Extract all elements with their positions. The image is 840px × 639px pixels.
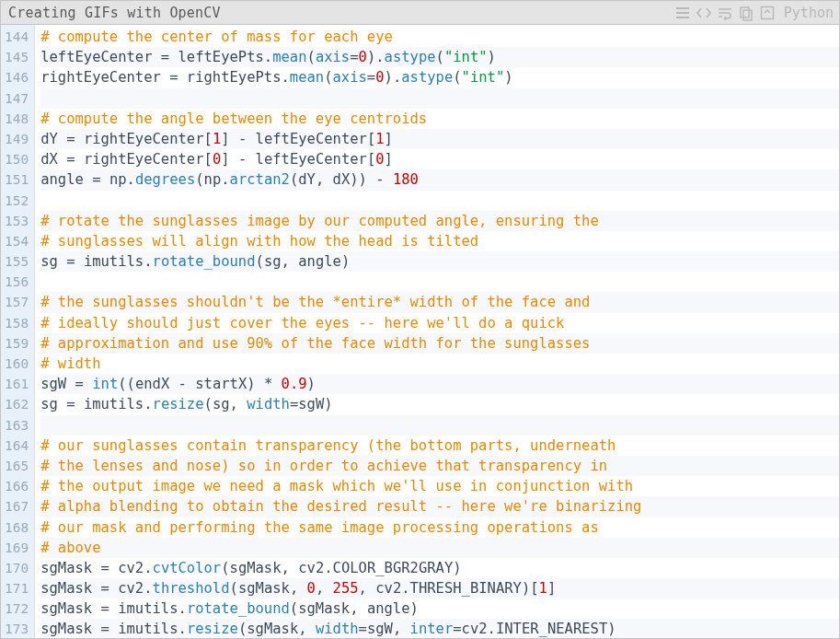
- line-number: 159: [5, 333, 29, 354]
- code-line: rightEyeCenter = rightEyePts.mean(axis=0…: [40, 67, 839, 87]
- line-number: 150: [5, 149, 29, 169]
- code-line: leftEyeCenter = leftEyePts.mean(axis=0).…: [40, 47, 839, 67]
- code-line: sgMask = cv2.threshold(sgMask, 0, 255, c…: [40, 578, 839, 598]
- line-number: 167: [5, 496, 29, 517]
- code-line: # compute the center of mass for each ey…: [40, 27, 839, 47]
- code-line: # the sunglasses shouldn't be the *entir…: [40, 292, 839, 312]
- code-line: # ideally should just cover the eyes -- …: [40, 313, 839, 333]
- line-number: 157: [5, 292, 29, 312]
- line-number: 166: [5, 476, 29, 496]
- svg-rect-0: [741, 7, 749, 17]
- external-icon[interactable]: [759, 5, 776, 21]
- code-line: sgMask = imutils.resize(sgMask, width=sg…: [40, 619, 839, 638]
- code-line: angle = np.degrees(np.arctan2(dY, dX)) -…: [40, 169, 839, 190]
- line-number: 160: [5, 354, 29, 374]
- line-number: 149: [5, 129, 29, 149]
- line-number: 148: [5, 109, 29, 129]
- code-icon[interactable]: [696, 5, 712, 21]
- line-number: 151: [5, 169, 29, 190]
- code-line: [40, 415, 839, 436]
- code-line: sgMask = imutils.rotate_bound(sgMask, an…: [40, 598, 839, 619]
- code-line: # above: [40, 538, 839, 558]
- code-body[interactable]: # compute the center of mass for each ey…: [35, 25, 839, 638]
- line-number: 162: [5, 394, 29, 414]
- line-number: 173: [5, 619, 29, 639]
- line-number: 161: [5, 374, 29, 394]
- code-line: dY = rightEyeCenter[1] - leftEyeCenter[1…: [40, 129, 839, 149]
- code-line: # sunglasses will align with how the hea…: [40, 231, 839, 251]
- code-line: # width: [40, 354, 839, 374]
- code-line: # rotate the sunglasses image by our com…: [40, 211, 839, 231]
- code-line: # our mask and performing the same image…: [40, 517, 839, 538]
- code-line: # approximation and use 90% of the face …: [40, 333, 839, 354]
- line-number: 169: [5, 538, 29, 558]
- menu-icon[interactable]: [674, 5, 691, 21]
- line-number: 164: [5, 436, 29, 456]
- code-area: 1441451461471481491501511521531541551561…: [1, 25, 839, 638]
- line-number: 146: [5, 67, 29, 87]
- language-label: Python: [784, 5, 834, 21]
- svg-rect-1: [743, 10, 752, 20]
- line-number: 165: [5, 456, 29, 476]
- code-line: dX = rightEyeCenter[0] - leftEyeCenter[0…: [40, 149, 839, 169]
- line-number: 172: [5, 598, 29, 619]
- code-line: sg = imutils.rotate_bound(sg, angle): [40, 251, 839, 272]
- line-number-gutter: 1441451461471481491501511521531541551561…: [1, 25, 35, 638]
- line-number: 147: [5, 88, 29, 109]
- line-number: 170: [5, 558, 29, 578]
- toolbar: Python: [674, 5, 834, 21]
- line-number: 155: [5, 251, 29, 272]
- code-line: # compute the angle between the eye cent…: [40, 109, 839, 129]
- snippet-title: Creating GIFs with OpenCV: [8, 5, 674, 21]
- line-number: 145: [5, 47, 29, 67]
- code-line: [40, 191, 839, 211]
- code-line: sgMask = cv2.cvtColor(sgMask, cv2.COLOR_…: [40, 558, 839, 578]
- line-number: 168: [5, 517, 29, 538]
- line-number: 153: [5, 211, 29, 231]
- code-line: # alpha blending to obtain the desired r…: [40, 496, 839, 517]
- code-line: sgW = int((endX - startX) * 0.9): [40, 374, 839, 394]
- code-line: # the lenses and nose) so in order to ac…: [40, 456, 839, 476]
- copy-icon[interactable]: [738, 5, 754, 21]
- code-line: [40, 88, 839, 109]
- svg-rect-2: [761, 6, 773, 18]
- wrap-icon[interactable]: [717, 5, 733, 21]
- line-number: 144: [5, 27, 29, 47]
- code-line: # the output image we need a mask which …: [40, 476, 839, 496]
- line-number: 156: [5, 272, 29, 292]
- line-number: 158: [5, 313, 29, 333]
- code-line: # our sunglasses contain transparency (t…: [40, 436, 839, 456]
- line-number: 171: [5, 578, 29, 598]
- code-line: [40, 272, 839, 292]
- line-number: 152: [5, 191, 29, 211]
- code-line: sg = imutils.resize(sg, width=sgW): [40, 394, 839, 414]
- line-number: 154: [5, 231, 29, 251]
- header-bar: Creating GIFs with OpenCV Python: [1, 1, 839, 25]
- line-number: 163: [5, 415, 29, 436]
